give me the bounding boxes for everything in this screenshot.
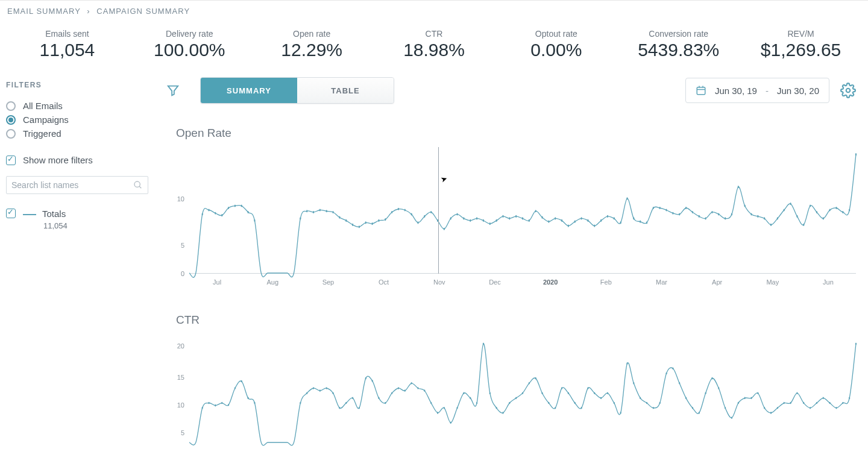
chart-title: CTR [176, 313, 856, 327]
svg-point-47 [502, 215, 503, 218]
svg-point-85 [750, 213, 752, 215]
svg-point-175 [718, 387, 719, 389]
svg-point-97 [829, 209, 831, 211]
svg-point-122 [372, 380, 373, 382]
search-input[interactable] [11, 180, 133, 190]
y-tick: 20 [172, 342, 184, 350]
svg-point-187 [796, 392, 797, 394]
svg-point-168 [672, 367, 673, 370]
svg-point-87 [764, 217, 765, 219]
chart-title: Open Rate [176, 127, 856, 140]
svg-point-108 [241, 380, 242, 383]
svg-point-120 [359, 407, 360, 409]
search-list-names[interactable] [6, 176, 148, 194]
chart-canvas[interactable]: 10 5 0 ➤ Jul Aug Sep Oct Nov Dec 2020 Fe… [176, 147, 856, 292]
svg-point-35 [424, 215, 425, 218]
svg-point-8 [208, 209, 209, 211]
svg-point-103 [208, 402, 209, 404]
svg-point-91 [790, 203, 791, 205]
svg-point-53 [541, 216, 542, 219]
svg-point-44 [483, 219, 484, 222]
filter-all-emails[interactable]: All Emails [6, 99, 151, 113]
metric-emails-sent: Emails sent 11,054 [6, 29, 128, 60]
x-tick: Apr [690, 278, 745, 286]
svg-point-100 [849, 209, 850, 211]
svg-point-162 [633, 382, 634, 385]
svg-point-69 [646, 221, 647, 224]
show-more-filters[interactable]: Show more filters [6, 155, 151, 165]
svg-point-159 [614, 402, 615, 404]
svg-point-86 [757, 215, 758, 218]
svg-point-74 [679, 213, 680, 215]
svg-point-143 [509, 402, 510, 404]
metric-value: $1,269.65 [740, 40, 862, 60]
svg-point-173 [705, 392, 706, 394]
checkbox-label: Show more filters [23, 155, 93, 165]
gear-icon[interactable] [840, 83, 856, 98]
svg-point-186 [790, 402, 791, 404]
svg-point-88 [770, 224, 772, 226]
svg-point-23 [345, 219, 347, 222]
svg-point-42 [470, 219, 471, 222]
svg-point-123 [378, 397, 379, 400]
metric-value: 100.00% [128, 40, 251, 60]
metric-optout-rate: Optout rate 0.00% [495, 29, 617, 60]
svg-point-83 [738, 186, 739, 188]
svg-point-133 [444, 407, 445, 409]
svg-point-110 [254, 402, 255, 404]
svg-point-51 [529, 219, 530, 222]
svg-point-18 [313, 211, 314, 213]
x-tick: Jun [800, 278, 856, 286]
svg-point-131 [430, 402, 432, 404]
metric-rev-per-m: REV/M $1,269.65 [740, 29, 862, 60]
svg-point-167 [665, 373, 667, 375]
date-range-picker[interactable]: Jun 30, 19 - Jun 30, 20 [685, 78, 829, 103]
svg-point-140 [489, 392, 491, 394]
svg-point-185 [784, 402, 785, 404]
svg-point-39 [450, 217, 451, 219]
svg-point-150 [555, 407, 556, 409]
svg-point-64 [614, 217, 615, 219]
svg-point-72 [665, 209, 667, 211]
legend-totals[interactable]: Totals [6, 209, 151, 219]
svg-point-25 [359, 225, 360, 228]
svg-point-99 [842, 211, 843, 213]
date-separator: - [766, 86, 769, 96]
svg-point-95 [816, 211, 817, 213]
tab-summary[interactable]: SUMMARY [201, 78, 297, 103]
chart-hover-line [438, 147, 439, 274]
radio-icon [6, 101, 16, 111]
filter-radio-group: All Emails Campaigns Triggered [6, 99, 151, 140]
svg-point-119 [352, 397, 353, 400]
svg-line-1 [139, 186, 141, 188]
chart-svg [189, 147, 856, 273]
filter-campaigns[interactable]: Campaigns [6, 113, 151, 127]
svg-point-77 [699, 215, 700, 218]
x-tick: Feb [578, 278, 634, 286]
breadcrumb-root[interactable]: EMAIL SUMMARY [7, 7, 81, 16]
metric-label: Optout rate [495, 29, 617, 39]
metric-delivery-rate: Delivery rate 100.00% [128, 29, 251, 60]
svg-point-176 [725, 407, 726, 409]
x-tick: Aug [245, 278, 300, 286]
svg-point-144 [515, 397, 517, 400]
filter-funnel-icon[interactable] [166, 84, 180, 97]
checkbox-icon [6, 156, 16, 165]
chart-canvas[interactable]: 20 15 10 5 [176, 334, 856, 455]
svg-point-90 [784, 209, 785, 211]
svg-point-40 [456, 213, 458, 215]
svg-point-27 [372, 222, 373, 225]
svg-point-9 [215, 212, 216, 215]
svg-point-101 [855, 153, 857, 156]
svg-point-58 [574, 221, 576, 223]
filter-triggered[interactable]: Triggered [6, 127, 151, 140]
svg-point-66 [626, 197, 627, 200]
series-color-swatch [23, 214, 36, 215]
svg-point-80 [718, 213, 719, 215]
x-axis: Jul Aug Sep Oct Nov Dec 2020 Feb Mar Apr… [189, 278, 856, 286]
svg-point-172 [699, 412, 700, 414]
tab-table[interactable]: TABLE [297, 78, 394, 103]
svg-point-7 [202, 213, 203, 215]
svg-point-36 [430, 211, 432, 213]
svg-point-158 [607, 392, 608, 394]
